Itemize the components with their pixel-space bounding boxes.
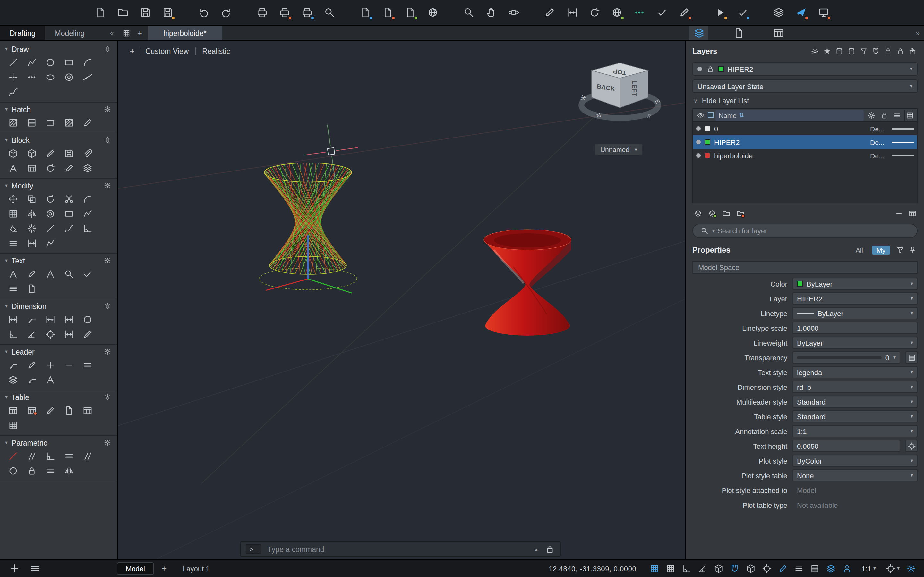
properties-tab[interactable] xyxy=(729,26,748,40)
add-palette-icon[interactable] xyxy=(6,561,22,576)
update-fields-icon[interactable] xyxy=(587,5,602,20)
spline-tool[interactable] xyxy=(6,86,19,97)
share-icon[interactable] xyxy=(793,5,809,20)
open-file-icon[interactable] xyxy=(115,5,131,20)
fillet-tool[interactable] xyxy=(81,193,94,205)
table-style-tool[interactable] xyxy=(81,405,94,416)
spell-check-tool[interactable] xyxy=(81,268,94,279)
parametric-settings-gear-icon[interactable] xyxy=(102,438,112,448)
standards-check-icon[interactable] xyxy=(735,5,750,20)
multiline-text-tool[interactable] xyxy=(6,268,19,279)
transparency-slider[interactable] xyxy=(797,356,882,359)
lengthen-tool[interactable] xyxy=(25,237,38,249)
chamfer-tool[interactable] xyxy=(81,222,94,234)
property-value-text-style[interactable]: legenda▾ xyxy=(792,366,918,378)
add-leader-tool[interactable] xyxy=(44,359,57,371)
annotation-visibility-toggle[interactable] xyxy=(840,562,853,575)
hatch-settings-gear-icon[interactable] xyxy=(102,104,112,114)
leader-style-tool[interactable] xyxy=(25,374,38,385)
layer-on-icon[interactable] xyxy=(696,126,701,131)
settings-gear-icon[interactable] xyxy=(905,562,918,575)
align-tool[interactable] xyxy=(6,237,19,249)
polyline-tool[interactable] xyxy=(25,56,38,68)
dynamic-ucs-toggle[interactable] xyxy=(760,562,773,575)
save-icon[interactable] xyxy=(137,5,153,20)
center-mark-tool[interactable] xyxy=(44,328,57,340)
draw-settings-gear-icon[interactable] xyxy=(102,44,112,54)
table-from-data-tool[interactable] xyxy=(25,405,38,416)
property-value-dimension-style[interactable]: rd_b▾ xyxy=(792,381,918,393)
dimension-settings-gear-icon[interactable] xyxy=(102,301,112,311)
new-group-icon[interactable] xyxy=(720,209,732,218)
tab-drafting[interactable]: Drafting xyxy=(0,26,45,40)
line-tool[interactable] xyxy=(6,56,19,68)
layer-on-icon[interactable] xyxy=(696,153,701,158)
define-attribute-tool[interactable] xyxy=(6,162,19,174)
dynamic-input-toggle[interactable] xyxy=(776,562,789,575)
command-input[interactable]: Type a command xyxy=(268,545,528,553)
property-value-multileader-style[interactable]: Standard▾ xyxy=(792,396,918,408)
vertical-constraint-tool[interactable] xyxy=(81,450,94,462)
markup-icon[interactable] xyxy=(677,5,692,20)
layer-off-icon[interactable] xyxy=(809,47,820,56)
collapse-parametric-icon[interactable]: ▾ xyxy=(5,440,8,446)
manage-attributes-tool[interactable] xyxy=(25,162,38,174)
property-value-color[interactable]: ByLayer▾ xyxy=(792,277,918,290)
collapse-tabs-button[interactable]: « xyxy=(105,26,118,40)
edit-table-tool[interactable] xyxy=(44,405,57,416)
baseline-dimension-tool[interactable] xyxy=(44,314,57,325)
zoom-window-icon[interactable] xyxy=(461,5,477,20)
ellipse-tool[interactable] xyxy=(44,71,57,83)
layer-state-dropdown[interactable]: Unsaved Layer State ▾ xyxy=(692,79,918,93)
command-collapse-button[interactable]: ▴ xyxy=(535,546,538,552)
write-block-tool[interactable] xyxy=(62,147,75,159)
lock-column-icon[interactable] xyxy=(879,110,889,120)
radius-dimension-tool[interactable] xyxy=(81,314,94,325)
edit-text-icon[interactable] xyxy=(542,5,557,20)
selection-scope-dropdown[interactable]: Model Space xyxy=(692,261,918,274)
collapse-modify-icon[interactable]: ▾ xyxy=(5,183,8,189)
viewport-menu-button[interactable]: + xyxy=(126,46,138,56)
hyperlink-icon[interactable] xyxy=(609,5,625,20)
hatch-tool[interactable] xyxy=(6,117,19,128)
layer-columns-icon[interactable] xyxy=(907,209,918,218)
property-value-annotation-scale[interactable]: 1:1▾ xyxy=(792,425,918,437)
edit-text-tool[interactable] xyxy=(25,268,38,279)
layers-tab[interactable] xyxy=(689,26,708,40)
tangent-constraint-tool[interactable] xyxy=(6,465,19,476)
collapse-text-icon[interactable]: ▾ xyxy=(5,258,8,263)
insert-block-icon[interactable] xyxy=(358,5,373,20)
collapse-dimension-icon[interactable]: ▾ xyxy=(5,303,8,309)
move-tool[interactable] xyxy=(6,193,19,205)
page-setup-icon[interactable] xyxy=(299,5,315,20)
scale-tool[interactable] xyxy=(62,208,75,219)
continue-dimension-tool[interactable] xyxy=(62,314,75,325)
layer-color-swatch[interactable] xyxy=(704,139,710,145)
orbit-icon[interactable] xyxy=(506,5,521,20)
transparency-options-icon[interactable] xyxy=(905,351,918,364)
attach-reference-tool[interactable] xyxy=(81,147,94,159)
multileader-tool[interactable] xyxy=(6,359,19,371)
insert-block-tool[interactable] xyxy=(6,147,19,159)
add-layout-button[interactable]: + xyxy=(159,564,169,573)
document-tab[interactable]: hiperboloide* xyxy=(148,26,222,40)
text-export-pdf-tool[interactable] xyxy=(25,283,38,294)
offset-tool[interactable] xyxy=(44,208,57,219)
circle-tool[interactable] xyxy=(44,56,57,68)
edit-polyline-tool[interactable] xyxy=(44,237,57,249)
array-tool[interactable] xyxy=(6,208,19,219)
trim-tool[interactable] xyxy=(62,193,75,205)
break-tool[interactable] xyxy=(44,222,57,234)
model-tab[interactable]: Model xyxy=(117,562,154,575)
equal-constraint-tool[interactable] xyxy=(44,465,57,476)
isodraft-toggle[interactable] xyxy=(712,562,725,575)
hatch-edit-tool[interactable] xyxy=(81,117,94,128)
content-palette-icon[interactable] xyxy=(771,5,787,20)
property-value-linetype[interactable]: ByLayer▾ xyxy=(792,307,918,319)
pin-properties-icon[interactable] xyxy=(907,245,918,255)
object-snap-toggle[interactable] xyxy=(728,562,741,575)
pan-icon[interactable] xyxy=(483,5,499,20)
leader-annotate-tool[interactable] xyxy=(44,374,57,385)
layer-unlock-icon[interactable] xyxy=(895,47,905,56)
mirror-tool[interactable] xyxy=(25,208,38,219)
